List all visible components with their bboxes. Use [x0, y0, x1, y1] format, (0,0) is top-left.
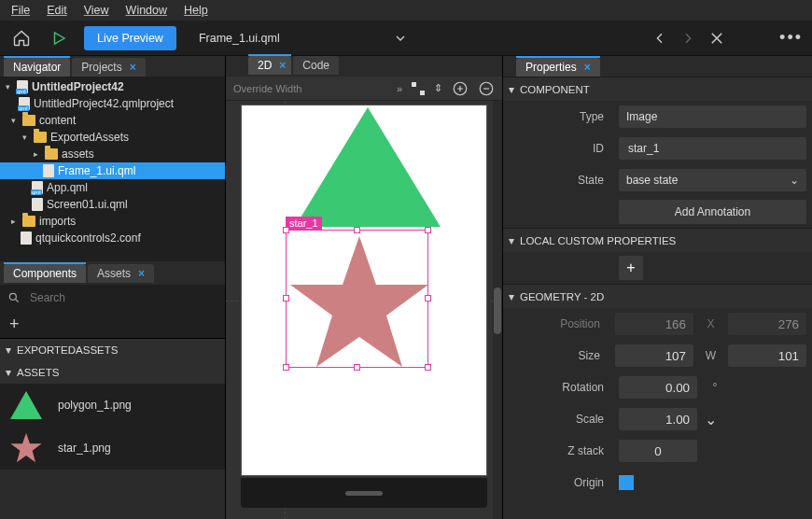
asset-item-polygon[interactable]: polygon_1.png	[0, 384, 225, 427]
file-icon	[21, 231, 32, 245]
tab-properties[interactable]: Properties×	[516, 58, 600, 77]
tree-file-app[interactable]: App.qml	[0, 179, 225, 196]
polygon-shape[interactable]	[293, 107, 442, 229]
tree-file-conf[interactable]: qtquickcontrols2.conf	[0, 230, 225, 246]
nav-back-icon[interactable]	[652, 31, 667, 46]
state-select[interactable]: base state⌄	[619, 169, 806, 191]
toolbar-more-icon[interactable]: »	[397, 83, 402, 94]
rotation-input[interactable]	[619, 376, 697, 399]
live-preview-button[interactable]: Live Preview	[84, 26, 176, 50]
resize-handle[interactable]	[283, 227, 289, 233]
menu-file[interactable]: File	[4, 2, 37, 19]
resize-handle[interactable]	[283, 364, 289, 371]
search-input[interactable]	[28, 290, 217, 305]
state-label: State	[509, 174, 611, 187]
folder-icon	[22, 216, 35, 227]
tree-folder-assets[interactable]: ▸assets	[0, 146, 225, 162]
section-local-props[interactable]: ▾LOCAL CUSTOM PROPERTIES	[503, 228, 812, 252]
tree-file-frame[interactable]: Frame_1.ui.qml	[0, 162, 225, 179]
selection-box[interactable]	[286, 230, 428, 368]
section-geometry[interactable]: ▾GEOMETRY - 2D	[503, 284, 812, 308]
tab-navigator[interactable]: Navigator	[4, 58, 70, 77]
zoom-out-icon[interactable]	[478, 80, 495, 97]
origin-label: Origin	[509, 476, 611, 489]
menu-window[interactable]: Window	[119, 2, 175, 19]
add-property-button[interactable]: +	[619, 256, 643, 280]
add-icon[interactable]: +	[9, 315, 20, 334]
tree-folder-content[interactable]: ▾content	[0, 112, 225, 129]
section-assets[interactable]: ▾ASSETS	[0, 361, 225, 384]
canvas-area[interactable]: star_1	[226, 101, 502, 519]
svg-rect-4	[420, 91, 425, 95]
file-icon	[32, 198, 43, 211]
more-icon[interactable]: •••	[779, 28, 803, 48]
menubar: File Edit View Window Help	[0, 0, 812, 21]
resize-icon[interactable]: ⇕	[434, 82, 442, 94]
asset-item-star[interactable]: star_1.png	[0, 427, 225, 470]
menu-edit[interactable]: Edit	[39, 2, 75, 19]
nav-fwd-icon[interactable]	[680, 31, 695, 46]
open-file-tab[interactable]: Frame_1.ui.qml	[189, 26, 417, 50]
asset-label: star_1.png	[58, 442, 111, 455]
file-icon	[43, 164, 54, 177]
file-dropdown-icon[interactable]	[393, 31, 408, 46]
home-icon[interactable]	[9, 26, 34, 50]
tab-assets[interactable]: Assets×	[88, 264, 154, 283]
resize-handle[interactable]	[425, 364, 431, 371]
tab-components[interactable]: Components	[4, 264, 86, 283]
chevron-down-icon: ⌄	[790, 174, 799, 187]
section-exportedassets[interactable]: ▾EXPORTEDASSETS	[0, 339, 225, 361]
tree-folder-imports[interactable]: ▸imports	[0, 213, 225, 230]
chevron-down-icon[interactable]: ⌄	[705, 411, 717, 428]
tree-item[interactable]: UntitledProject42.qmlproject	[0, 95, 225, 112]
x-unit: X	[701, 317, 721, 330]
scrollbar[interactable]	[493, 101, 502, 519]
menu-view[interactable]: View	[77, 2, 117, 19]
open-file-name: Frame_1.ui.qml	[199, 32, 280, 45]
size-w-input[interactable]	[615, 344, 693, 367]
search-icon	[7, 291, 21, 304]
id-input[interactable]	[619, 137, 806, 160]
position-x-input[interactable]	[615, 313, 693, 335]
resize-handle[interactable]	[354, 364, 360, 371]
close-file-icon[interactable]	[708, 30, 725, 47]
resize-handle[interactable]	[283, 295, 289, 302]
close-icon[interactable]: ×	[279, 59, 286, 72]
origin-picker[interactable]	[619, 475, 634, 490]
run-icon[interactable]	[47, 26, 71, 50]
tab-2d[interactable]: 2D×	[248, 56, 291, 75]
svg-point-0	[9, 293, 16, 300]
tree-root[interactable]: ▾UntitledProject42	[0, 78, 225, 95]
scale-input[interactable]	[619, 408, 697, 430]
tree-folder-exported[interactable]: ▾ExportedAssets	[0, 129, 225, 146]
zoom-in-icon[interactable]	[452, 80, 469, 97]
section-component[interactable]: ▾COMPONENT	[503, 77, 812, 101]
anchor-icon[interactable]	[412, 82, 425, 95]
nav-arrows	[652, 30, 725, 47]
scrollbar-thumb[interactable]	[494, 288, 501, 334]
override-width-label: Override Width	[233, 83, 387, 94]
close-icon[interactable]: ×	[584, 61, 591, 74]
add-annotation-button[interactable]: Add Annotation	[619, 200, 806, 224]
type-field[interactable]: Image	[619, 105, 806, 128]
menu-help[interactable]: Help	[176, 2, 216, 19]
asset-label: polygon_1.png	[58, 399, 132, 412]
resize-handle[interactable]	[425, 295, 431, 302]
close-icon[interactable]: ×	[130, 61, 136, 74]
type-label: Type	[509, 110, 611, 123]
qml-file-icon	[32, 181, 43, 194]
tab-projects[interactable]: Projects×	[72, 58, 145, 77]
tab-code[interactable]: Code	[293, 56, 339, 75]
folder-icon	[34, 132, 47, 143]
tree-file-screen[interactable]: Screen01.ui.qml	[0, 196, 225, 213]
close-icon[interactable]: ×	[138, 267, 145, 280]
svg-marker-7	[295, 107, 441, 227]
size-h-input[interactable]	[728, 344, 806, 367]
svg-marker-2	[10, 433, 41, 462]
zstack-label: Z stack	[509, 444, 611, 457]
folder-icon	[45, 148, 58, 160]
resize-handle[interactable]	[425, 227, 431, 233]
position-y-input[interactable]	[728, 313, 806, 335]
zstack-input[interactable]	[619, 440, 697, 462]
resize-handle[interactable]	[354, 227, 360, 233]
